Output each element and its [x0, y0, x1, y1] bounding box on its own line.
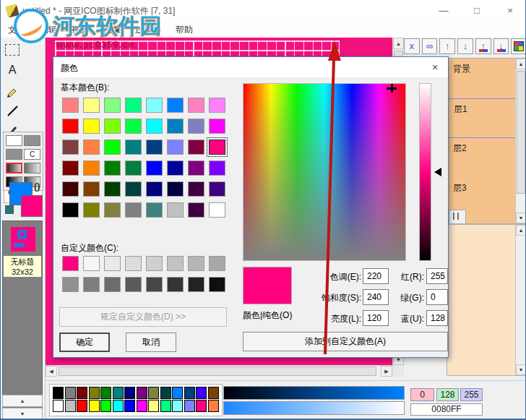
- color-swatch[interactable]: [125, 140, 142, 155]
- color-swatch[interactable]: [167, 277, 184, 292]
- color-swatch[interactable]: [113, 387, 124, 399]
- layers-scroll-down-icon[interactable]: ▼: [516, 213, 526, 223]
- color-swatch[interactable]: [113, 400, 124, 412]
- green-value[interactable]: 128: [436, 388, 459, 401]
- color-swatch[interactable]: [62, 160, 79, 176]
- layer-item-background[interactable]: 背景: [447, 59, 526, 98]
- color-swatch[interactable]: [208, 387, 219, 399]
- menu-edit[interactable]: 编辑: [33, 24, 64, 36]
- color-swatch[interactable]: [146, 140, 163, 155]
- preview-scrollbar[interactable]: ▲ ▼: [515, 225, 526, 375]
- color-swatch[interactable]: [104, 181, 121, 197]
- text-tool[interactable]: A: [3, 61, 22, 80]
- color-swatch[interactable]: [125, 160, 142, 176]
- color-swatch[interactable]: [184, 400, 195, 412]
- layer-item-1[interactable]: 层1: [447, 98, 526, 138]
- color-swatch[interactable]: [209, 256, 225, 271]
- color-swatch[interactable]: [83, 98, 100, 113]
- color-swatch[interactable]: [125, 98, 142, 113]
- color-swatch[interactable]: [100, 387, 111, 399]
- color-swatch[interactable]: [167, 140, 184, 155]
- move-up-button[interactable]: ↑: [439, 38, 455, 54]
- color-swatch[interactable]: [65, 387, 76, 399]
- dialog-titlebar[interactable]: 颜色 ×: [53, 57, 448, 77]
- color-swatch[interactable]: [62, 98, 79, 113]
- maximize-button[interactable]: □: [460, 0, 493, 22]
- color-swatch[interactable]: [100, 400, 111, 412]
- color-swatch[interactable]: [146, 181, 163, 197]
- preview-scroll-down-icon[interactable]: ▼: [516, 364, 526, 375]
- color-swatch[interactable]: [188, 160, 204, 176]
- color-swatch[interactable]: [104, 98, 121, 113]
- hue-field[interactable]: 220: [363, 268, 389, 284]
- color-swatch[interactable]: [65, 400, 76, 412]
- color-swatch[interactable]: [184, 387, 195, 399]
- color-swatch[interactable]: [83, 202, 100, 218]
- color-swatch[interactable]: [83, 119, 100, 134]
- color-swatch[interactable]: [62, 181, 79, 197]
- gradient-bar-dark[interactable]: [223, 386, 405, 400]
- blue-field[interactable]: 128: [426, 310, 448, 326]
- color-swatch[interactable]: [160, 387, 171, 399]
- red-field[interactable]: 255: [426, 268, 448, 284]
- color-swatch[interactable]: [89, 400, 100, 412]
- color-swatch[interactable]: [167, 160, 184, 176]
- color-swatch[interactable]: [209, 140, 225, 155]
- cancel-button[interactable]: 取消: [126, 333, 176, 352]
- color-swatch[interactable]: [83, 160, 100, 176]
- canvas-hscrollbar[interactable]: ◀ ▶: [46, 365, 392, 377]
- color-swatch[interactable]: [188, 256, 204, 271]
- hex-value[interactable]: 0080FF: [410, 403, 483, 416]
- move-down-button[interactable]: ↓: [457, 38, 473, 54]
- layer-up-button[interactable]: ↑: [475, 38, 491, 54]
- color-swatch[interactable]: [62, 119, 79, 134]
- preview-scroll-up-icon[interactable]: ▲: [516, 225, 526, 236]
- color-swatch[interactable]: [104, 202, 121, 218]
- color-swatch[interactable]: [146, 160, 163, 176]
- minimize-button[interactable]: —: [427, 0, 460, 22]
- color-swatch[interactable]: [167, 181, 184, 197]
- color-swatch[interactable]: [160, 400, 171, 412]
- color-swatch[interactable]: [146, 202, 163, 218]
- color-swatch[interactable]: [125, 256, 142, 271]
- fill-style-gradient2[interactable]: [24, 163, 40, 173]
- color-swatch[interactable]: [125, 202, 142, 218]
- menu-filter[interactable]: 过滤器: [128, 24, 168, 36]
- color-swatch[interactable]: [62, 140, 79, 155]
- layer-item-2[interactable]: 层2: [447, 138, 526, 178]
- gradient-bar-light[interactable]: [223, 401, 405, 415]
- color-swatch[interactable]: [146, 98, 163, 113]
- close-button[interactable]: ×: [493, 0, 526, 22]
- color-swatch[interactable]: [208, 400, 219, 412]
- red-value[interactable]: 0: [410, 388, 434, 401]
- menu-file[interactable]: 文件: [1, 24, 33, 36]
- color-swatch[interactable]: [124, 400, 135, 412]
- color-swatch[interactable]: [77, 387, 87, 399]
- color-swatch[interactable]: [209, 202, 225, 218]
- fill-style-solid[interactable]: [24, 135, 40, 146]
- color-swatch[interactable]: [83, 181, 100, 197]
- partial-tab[interactable]: [449, 210, 466, 223]
- color-swatch[interactable]: [209, 160, 225, 176]
- color-swatch[interactable]: [188, 140, 204, 155]
- layers-scroll-thumb[interactable]: [517, 71, 525, 194]
- color-swatch[interactable]: [209, 119, 225, 134]
- color-swatch[interactable]: [188, 202, 204, 218]
- color-swatch[interactable]: [209, 277, 225, 292]
- blue-value[interactable]: 255: [460, 388, 483, 401]
- hscroll-thumb[interactable]: [59, 367, 376, 376]
- color-swatch[interactable]: [146, 256, 163, 271]
- color-swatch[interactable]: [83, 256, 100, 271]
- color-swatch[interactable]: [148, 400, 159, 412]
- luminance-marker-icon[interactable]: [434, 168, 441, 176]
- titlebar[interactable]: untitled * - 网亚ICO图标制作软件 [7, 31] — □ ×: [1, 0, 526, 22]
- color-swatch[interactable]: [53, 400, 64, 412]
- color-swatch[interactable]: [188, 277, 204, 292]
- green-field[interactable]: 0: [426, 289, 448, 305]
- icon-list-up-button[interactable]: ▲: [2, 395, 43, 407]
- color-swatch[interactable]: [62, 256, 79, 271]
- color-swatch[interactable]: [62, 202, 79, 218]
- fill-style-outline[interactable]: [6, 135, 22, 146]
- color-swatch[interactable]: [104, 140, 121, 155]
- menu-help[interactable]: 帮助: [168, 24, 200, 36]
